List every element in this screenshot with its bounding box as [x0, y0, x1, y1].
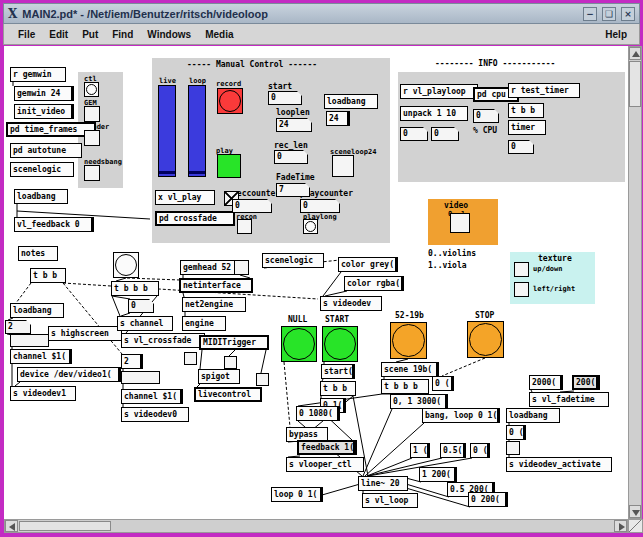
sceneloop-toggle[interactable]: [332, 155, 354, 177]
render-toggle[interactable]: [84, 130, 100, 146]
scroll-left-button[interactable]: [5, 520, 18, 532]
timer-number[interactable]: 0: [508, 140, 534, 154]
texture-toggle-leftright[interactable]: [514, 282, 529, 297]
start-msg[interactable]: start(: [321, 364, 355, 379]
big-bang[interactable]: [113, 252, 139, 278]
violins-label: 0..violins: [428, 249, 476, 259]
mc-title: ----- Manual Control ------: [187, 60, 317, 70]
needsbang-toggle[interactable]: [84, 165, 100, 181]
title-bar[interactable]: X MAIN2.pd* - /Net/iem/Benutzer/ritsch/v…: [3, 3, 640, 24]
info-number-1[interactable]: 0: [400, 127, 428, 141]
feedback-msg[interactable]: feedback 1(: [297, 440, 357, 455]
looplen-label: looplen: [276, 108, 310, 118]
s-channel-text: s channel: [120, 320, 163, 328]
gem-toggle[interactable]: [84, 106, 100, 122]
s-channel: s channel: [117, 316, 173, 331]
msg-0c[interactable]: 0 (: [506, 425, 526, 440]
msg-2-text: 2: [124, 358, 129, 366]
pd-time-frames: pd time_frames: [6, 122, 96, 137]
gemwin-24-msg[interactable]: gemwin 24: [14, 86, 74, 101]
scroll-down-button[interactable]: [629, 505, 641, 518]
play-toggle[interactable]: [217, 154, 241, 178]
msg-2[interactable]: 2: [121, 354, 143, 369]
channel-number[interactable]: 2: [5, 320, 31, 334]
device-msg[interactable]: device /dev/video1(: [17, 367, 121, 382]
slider-knob[interactable]: [189, 171, 205, 174]
down-arrow-icon: [632, 510, 640, 516]
msg-2000[interactable]: 2000(: [529, 375, 563, 390]
slider-knob[interactable]: [159, 171, 175, 174]
scene-msg-text: scene 19b(: [384, 366, 432, 374]
start-label-text: start: [268, 83, 292, 91]
stop-bang[interactable]: [467, 321, 504, 358]
msg-05[interactable]: 0.5(: [440, 443, 466, 458]
engine-text: engine: [185, 320, 214, 328]
up-arrow-icon: [632, 51, 640, 57]
menu-file[interactable]: File: [18, 29, 35, 40]
looplen-number[interactable]: 24: [276, 118, 312, 132]
msg-1080[interactable]: 0 1080(: [296, 406, 340, 421]
scene-bang[interactable]: [390, 322, 427, 359]
live-slider[interactable]: [158, 85, 176, 177]
channel-msg-1[interactable]: channel $1(: [10, 349, 72, 364]
msg-1-200[interactable]: 1 200(: [419, 467, 457, 482]
menu-help[interactable]: Help: [605, 29, 627, 40]
msg-0a[interactable]: 0 (: [432, 376, 454, 391]
color-rgba-msg[interactable]: color rgba(: [344, 276, 404, 291]
minimize-button[interactable]: −: [583, 7, 597, 21]
null-bang[interactable]: [281, 326, 317, 362]
scene-msg[interactable]: scene 19b(: [381, 362, 439, 377]
close-button[interactable]: ×: [621, 7, 635, 21]
msg-3000[interactable]: 0, 1 3000(: [390, 394, 448, 409]
vertical-scroll-thumb[interactable]: [629, 61, 641, 107]
fadetime-number[interactable]: 7: [276, 183, 310, 197]
msg-24[interactable]: 24: [326, 111, 350, 126]
midi-toggle-1[interactable]: [184, 352, 197, 365]
loop-msg[interactable]: loop 0 1(: [271, 487, 323, 502]
mid-number[interactable]: 0: [128, 299, 154, 313]
menu-windows[interactable]: Windows: [147, 29, 191, 40]
looplen-number-text: 24: [279, 121, 289, 129]
msg-0b[interactable]: 0 (: [470, 443, 490, 458]
resize-grip[interactable]: [628, 519, 643, 533]
channel-msg-2[interactable]: channel $1(: [121, 389, 183, 404]
reclen-number[interactable]: 0: [274, 150, 308, 164]
reccounter-number[interactable]: 0: [232, 199, 272, 213]
bang-loop-msg[interactable]: bang, loop 0 1(: [422, 408, 500, 423]
scroll-up-button[interactable]: [629, 47, 641, 60]
vertical-scrollbar[interactable]: [628, 46, 642, 519]
livecontrol-toggle[interactable]: [256, 373, 269, 386]
start-bang[interactable]: [322, 326, 358, 362]
color-grey-msg[interactable]: color grey(: [338, 257, 398, 272]
menu-media[interactable]: Media: [205, 29, 233, 40]
start-number[interactable]: 0: [268, 91, 302, 105]
recon-toggle[interactable]: [237, 219, 252, 234]
msg-200[interactable]: 200(: [572, 375, 600, 390]
menu-find[interactable]: Find: [112, 29, 133, 40]
video-toggle[interactable]: [450, 213, 470, 233]
hradio-2[interactable]: [121, 371, 160, 384]
msg-1b[interactable]: 1 (: [410, 443, 430, 458]
vl-feedback-msg[interactable]: vl_feedback 0: [14, 217, 94, 232]
cpu-number[interactable]: 0: [473, 109, 499, 123]
gemhead-toggle[interactable]: [234, 260, 249, 275]
menu-edit[interactable]: Edit: [49, 29, 68, 40]
texture-toggle-updown[interactable]: [514, 262, 529, 277]
playlong-bang[interactable]: [303, 219, 318, 234]
loop-slider[interactable]: [188, 85, 206, 177]
init-video-msg-text: init_video: [17, 108, 65, 116]
record-bang[interactable]: [217, 88, 243, 114]
playcounter-number[interactable]: 0: [300, 199, 340, 213]
activate-toggle[interactable]: [506, 441, 520, 455]
hradio-1[interactable]: [10, 334, 49, 347]
scroll-right-button[interactable]: [614, 520, 627, 532]
midi-toggle-2[interactable]: [224, 356, 237, 369]
init-video-msg[interactable]: init_video: [14, 104, 74, 119]
horizontal-scroll-thumb[interactable]: [19, 521, 111, 531]
msg-0-200[interactable]: 0 200(: [468, 492, 508, 507]
horizontal-scrollbar[interactable]: [4, 519, 628, 533]
info-number-2[interactable]: 0: [431, 127, 459, 141]
maximize-button[interactable]: ❏: [602, 7, 616, 21]
gem-reset-bang[interactable]: [84, 82, 99, 97]
menu-put[interactable]: Put: [82, 29, 98, 40]
